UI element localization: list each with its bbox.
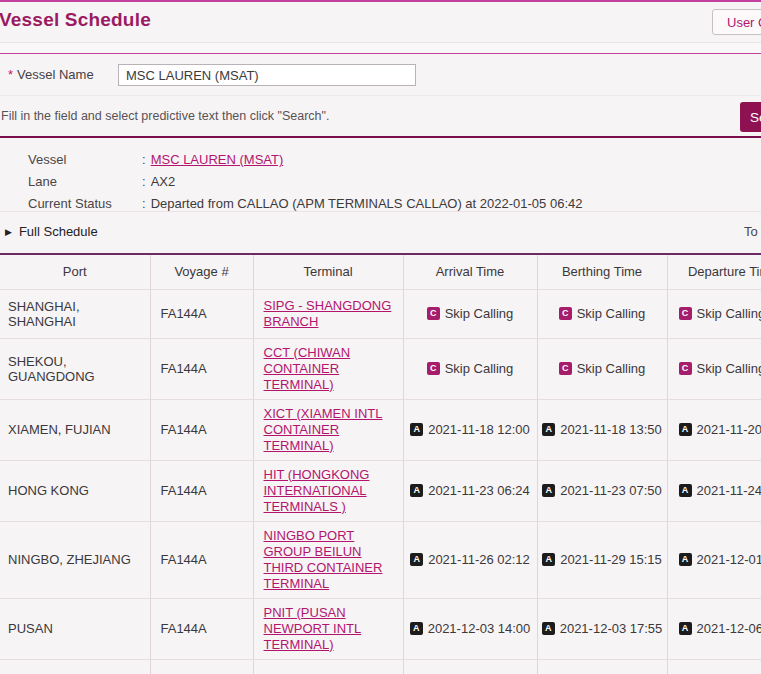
schedule-section-header: ▶Full Schedule To [0, 212, 761, 253]
search-button[interactable]: Search [740, 102, 761, 132]
voyage-cell: FA144A [150, 289, 253, 338]
search-instruction: Fill in the field and select predictive … [1, 109, 329, 123]
berthing-cell: A2021-11-18 13:50 [537, 399, 667, 460]
departure-cell: A2021-12-01 1 [667, 521, 761, 598]
berthing-cell: A2021-11-23 07:50 [537, 460, 667, 521]
port-cell: PUSAN [0, 598, 150, 659]
terminal-cell: CONTECON MANZANILLO [253, 659, 403, 674]
info-label: Lane [28, 171, 142, 193]
vessel-search-form: *Vessel Name [0, 54, 761, 96]
page-title: Vessel Schedule [0, 9, 151, 31]
status-letter-icon: A [410, 423, 423, 436]
terminal-cell: HIT (HONGKONG INTERNATIONAL TERMINALS ) [253, 460, 403, 521]
status-letter-icon: A [679, 484, 692, 497]
col-header-voyage: Voyage # [150, 254, 253, 289]
info-row-vessel: Vessel : MSC LAUREN (MSAT) [28, 149, 761, 171]
table-row: SHANGHAI, SHANGHAI FA144A SIPG - SHANGDO… [0, 289, 761, 338]
berthing-text: 2021-11-29 15:15 [560, 552, 662, 567]
voyage-cell: FA144A [150, 460, 253, 521]
col-header-port: Port [0, 254, 150, 289]
arrival-cell: CSkip Calling [403, 289, 537, 338]
table-row: SHEKOU, GUANGDONG FA144A CCT (CHIWAN CON… [0, 338, 761, 399]
status-letter-icon: A [679, 423, 692, 436]
berthing-cell: A2021-12-03 17:55 [537, 598, 667, 659]
terminal-link[interactable]: XICT (XIAMEN INTL CONTAINER TERMINAL) [264, 406, 383, 453]
berthing-text: 2021-12-03 17:55 [560, 621, 663, 636]
arrival-text: Skip Calling [445, 361, 514, 376]
port-cell: SHANGHAI, SHANGHAI [0, 289, 150, 338]
arrival-cell: A2021-12-03 14:00 [403, 598, 537, 659]
voyage-cell: FA144A [150, 338, 253, 399]
lane-value: AX2 [151, 171, 176, 193]
voyage-cell: FA144A [150, 399, 253, 460]
arrival-cell: A2021-11-26 02:12 [403, 521, 537, 598]
status-letter-icon: C [679, 307, 692, 320]
vessel-name-input[interactable] [118, 64, 416, 86]
arrival-text: 2021-11-18 12:00 [428, 422, 530, 437]
berthing-cell: A2021-11-29 15:15 [537, 521, 667, 598]
col-header-departure: Departure Time [667, 254, 761, 289]
chevron-right-icon: ▶ [5, 227, 12, 237]
table-header-row: Port Voyage # Terminal Arrival Time Bert… [0, 254, 761, 289]
col-header-terminal: Terminal [253, 254, 403, 289]
terminal-cell: SIPG - SHANGDONG BRANCH [253, 289, 403, 338]
full-schedule-toggle[interactable]: ▶Full Schedule [5, 224, 98, 239]
info-label: Vessel [28, 149, 142, 171]
port-cell: HONG KONG [0, 460, 150, 521]
terminal-link[interactable]: NINGBO PORT GROUP BEILUN THIRD CONTAINER… [264, 528, 383, 591]
departure-text: Skip Calling [697, 361, 761, 376]
voyage-cell: FA144A [150, 521, 253, 598]
berthing-cell: CSkip Calling [537, 289, 667, 338]
status-letter-icon: C [679, 362, 692, 375]
arrival-cell: CSkip Calling [403, 338, 537, 399]
user-guide-button[interactable]: User Guide [712, 9, 761, 35]
table-row: XIAMEN, FUJIAN FA144A XICT (XIAMEN INTL … [0, 399, 761, 460]
terminal-cell: PNIT (PUSAN NEWPORT INTL TERMINAL) [253, 598, 403, 659]
magenta-divider [0, 43, 761, 54]
arrival-text: 2021-11-26 02:12 [428, 552, 530, 567]
table-row: MANZANILLO FA144A CONTECON MANZANILLO A2… [0, 659, 761, 674]
departure-text: Skip Calling [697, 306, 761, 321]
status-letter-icon: C [427, 307, 440, 320]
berthing-text: 2021-11-23 07:50 [560, 483, 662, 498]
terminal-cell: XICT (XIAMEN INTL CONTAINER TERMINAL) [253, 399, 403, 460]
port-cell: SHEKOU, GUANGDONG [0, 338, 150, 399]
arrival-text: Skip Calling [445, 306, 514, 321]
status-letter-icon: A [410, 622, 423, 635]
arrival-text: 2021-12-03 14:00 [428, 621, 531, 636]
status-letter-icon: C [427, 362, 440, 375]
status-letter-icon: A [410, 484, 423, 497]
status-letter-icon: C [559, 362, 572, 375]
terminal-link[interactable]: CCT (CHIWAN CONTAINER TERMINAL) [264, 345, 351, 392]
terminal-link[interactable]: PNIT (PUSAN NEWPORT INTL TERMINAL) [264, 605, 362, 652]
port-cell: MANZANILLO [0, 659, 150, 674]
table-row: PUSAN FA144A PNIT (PUSAN NEWPORT INTL TE… [0, 598, 761, 659]
full-schedule-label: Full Schedule [19, 224, 98, 239]
status-letter-icon: A [542, 484, 555, 497]
vessel-link[interactable]: MSC LAUREN (MSAT) [151, 149, 284, 171]
departure-text: 2021-11-24 1 [697, 483, 761, 498]
departure-cell: A2021-11-24 1 [667, 460, 761, 521]
required-marker: * [8, 67, 13, 82]
departure-cell: A2021-11-20 1 [667, 399, 761, 460]
port-cell: NINGBO, ZHEJIANG [0, 521, 150, 598]
status-letter-icon: A [410, 553, 423, 566]
terminal-link[interactable]: SIPG - SHANGDONG BRANCH [264, 298, 392, 329]
berthing-cell: A2021-12-21 09:22 [537, 659, 667, 674]
arrival-cell: A2021-11-18 12:00 [403, 399, 537, 460]
status-letter-icon: A [679, 553, 692, 566]
status-letter-icon: C [559, 307, 572, 320]
arrival-text: 2021-11-23 06:24 [428, 483, 530, 498]
departure-text: 2021-12-01 1 [697, 552, 761, 567]
vessel-info-panel: Vessel : MSC LAUREN (MSAT) Lane : AX2 Cu… [0, 138, 761, 212]
terminal-cell: CCT (CHIWAN CONTAINER TERMINAL) [253, 338, 403, 399]
status-letter-icon: A [542, 622, 555, 635]
berthing-text: Skip Calling [577, 361, 646, 376]
departure-text: 2021-11-20 1 [697, 422, 761, 437]
status-letter-icon: A [679, 622, 692, 635]
vessel-name-label: *Vessel Name [8, 67, 94, 82]
terminal-link[interactable]: HIT (HONGKONG INTERNATIONAL TERMINALS ) [264, 467, 370, 514]
arrival-cell: A2021-11-23 06:24 [403, 460, 537, 521]
terminal-cell: NINGBO PORT GROUP BEILUN THIRD CONTAINER… [253, 521, 403, 598]
departure-cell: A2021-12-06 0 [667, 598, 761, 659]
